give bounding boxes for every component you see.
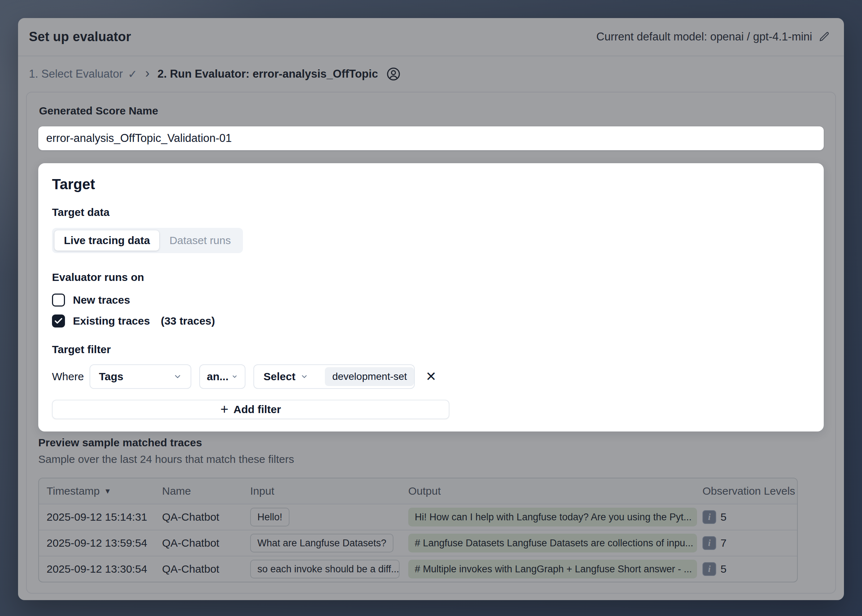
breadcrumb-step-1-label: 1. Select Evaluator: [29, 68, 123, 80]
observation-level-count: 7: [721, 537, 727, 549]
cell-timestamp: 2025-09-12 13:59:54: [39, 537, 162, 549]
info-level-icon: i: [702, 536, 716, 550]
input-preview-chip[interactable]: Hello!: [250, 508, 289, 526]
table-row[interactable]: 2025-09-12 15:14:31 QA-Chatbot Hello! Hi…: [39, 504, 797, 530]
tab-dataset-runs[interactable]: Dataset runs: [160, 230, 240, 251]
cell-name: QA-Chatbot: [162, 563, 250, 575]
output-preview-chip[interactable]: Hi! How can I help with Langfuse today? …: [408, 508, 697, 526]
chevron-down-icon: [231, 373, 238, 380]
target-data-toggle: Live tracing data Dataset runs: [52, 228, 243, 253]
target-title: Target: [52, 176, 810, 192]
checkbox-row-existing-traces[interactable]: Existing traces (33 traces): [52, 312, 810, 330]
cell-timestamp: 2025-09-12 15:14:31: [39, 511, 162, 523]
chevron-down-icon: [300, 372, 308, 380]
target-filter-label: Target filter: [52, 343, 810, 356]
filter-operator-value: an...: [207, 371, 229, 383]
info-level-icon: i: [702, 510, 716, 524]
filter-operator-select[interactable]: an...: [199, 365, 245, 389]
filter-column-select[interactable]: Tags: [89, 365, 191, 389]
checkbox-existing-traces[interactable]: [52, 314, 65, 327]
output-preview-chip[interactable]: # Langfuse Datasets Langfuse Datasets ar…: [408, 534, 697, 552]
runs-on-options: New traces Existing traces (33 traces): [52, 291, 810, 330]
close-icon: ✕: [426, 369, 436, 384]
filter-row: Where Tags an... Select: [52, 365, 810, 389]
add-filter-label: Add filter: [234, 403, 281, 416]
table-row[interactable]: 2025-09-12 13:30:54 QA-Chatbot so each i…: [39, 556, 797, 582]
score-name-label: Generated Score Name: [39, 105, 824, 117]
dialog-header: Set up evaluator Current default model: …: [18, 18, 844, 57]
chevron-down-icon: [173, 372, 182, 381]
evaluator-runs-on-label: Evaluator runs on: [52, 271, 810, 283]
column-header-observation-levels: Observation Levels: [702, 485, 797, 497]
page-title: Set up evaluator: [29, 29, 131, 44]
cell-name: QA-Chatbot: [162, 511, 250, 523]
default-model: Current default model: openai / gpt-4.1-…: [596, 30, 830, 43]
tab-live-tracing-data[interactable]: Live tracing data: [55, 230, 159, 251]
plus-icon: +: [221, 402, 229, 416]
column-header-timestamp[interactable]: Timestamp ▼: [39, 485, 162, 497]
check-icon: ✓: [128, 68, 137, 81]
user-icon: [386, 66, 401, 82]
column-header-name: Name: [162, 485, 250, 497]
checkbox-new-traces-label: New traces: [73, 294, 130, 306]
preview-subtitle: Sample over the last 24 hours that match…: [38, 453, 824, 465]
checkbox-existing-traces-label: Existing traces: [73, 315, 150, 327]
filter-where-label: Where: [52, 371, 84, 383]
breadcrumb-step-select-evaluator[interactable]: 1. Select Evaluator ✓: [29, 68, 137, 81]
column-header-output: Output: [408, 485, 702, 497]
filter-value-placeholder: Select: [264, 371, 295, 383]
setup-evaluator-dialog: Set up evaluator Current default model: …: [18, 18, 844, 600]
cell-name: QA-Chatbot: [162, 537, 250, 549]
checkbox-row-new-traces[interactable]: New traces: [52, 291, 810, 310]
chevron-right-icon: ›: [145, 67, 149, 80]
default-model-label: Current default model: openai / gpt-4.1-…: [596, 30, 812, 43]
input-preview-chip[interactable]: What are Langfuse Datasets?: [250, 534, 394, 552]
observation-level-count: 5: [721, 563, 727, 575]
breadcrumb-step-run-evaluator: 2. Run Evaluator: error-analysis_OffTopi…: [157, 68, 378, 80]
breadcrumb: 1. Select Evaluator ✓ › 2. Run Evaluator…: [18, 57, 844, 92]
observation-level-count: 5: [721, 511, 727, 523]
table-header-row: Timestamp ▼ Name Input Output Observatio…: [39, 478, 797, 504]
filter-value-chip[interactable]: development-set: [325, 367, 414, 386]
output-preview-chip[interactable]: # Multiple invokes with LangGraph + Lang…: [408, 559, 697, 578]
filter-value-select[interactable]: Select development-set: [253, 365, 415, 389]
column-header-input: Input: [250, 485, 408, 497]
sort-desc-icon: ▼: [104, 487, 111, 495]
filter-column-value: Tags: [99, 371, 124, 383]
edit-pencil-icon[interactable]: [819, 31, 830, 42]
cell-timestamp: 2025-09-12 13:30:54: [39, 563, 162, 575]
preview-title: Preview sample matched traces: [38, 437, 824, 449]
existing-traces-count: (33 traces): [161, 315, 215, 327]
checkbox-new-traces[interactable]: [52, 294, 65, 306]
target-data-label: Target data: [52, 206, 810, 218]
column-header-timestamp-label: Timestamp: [47, 485, 100, 497]
score-name-input[interactable]: [38, 126, 824, 150]
table-row[interactable]: 2025-09-12 13:59:54 QA-Chatbot What are …: [39, 530, 797, 556]
add-filter-button[interactable]: + Add filter: [52, 400, 449, 419]
target-card: Target Target data Live tracing data Dat…: [38, 163, 824, 432]
preview-table: Timestamp ▼ Name Input Output Observatio…: [38, 478, 798, 582]
run-evaluator-form: Generated Score Name Target Target data …: [26, 92, 836, 594]
input-preview-chip[interactable]: so each invoke should be a diff...: [250, 559, 400, 578]
screen: Set up evaluator Current default model: …: [0, 0, 862, 616]
info-level-icon: i: [702, 562, 716, 576]
remove-filter-button[interactable]: ✕: [426, 370, 436, 383]
